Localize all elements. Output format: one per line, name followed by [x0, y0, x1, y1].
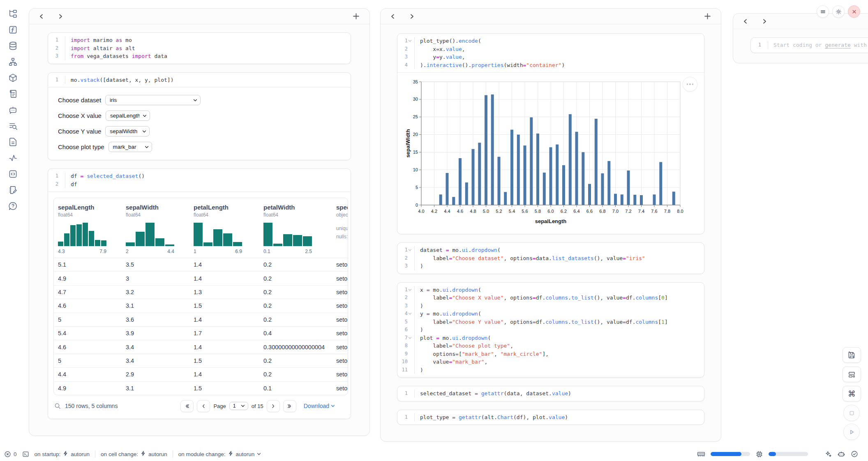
fold-chevron-icon — [408, 256, 412, 260]
connection-status-icon[interactable] — [851, 450, 858, 458]
column-type: float64 — [126, 212, 189, 218]
keyboard-shortcuts-button[interactable]: ⌘ — [843, 386, 861, 401]
table-row[interactable]: 4.93.11.50.1setosa — [54, 381, 348, 395]
code-editor[interactable]: 1Start coding or generate with AI — [751, 38, 868, 53]
on-cell-change-value: autorun — [148, 451, 167, 457]
on-startup-setting[interactable]: on startup: autorun — [35, 451, 90, 457]
run-button[interactable] — [843, 424, 860, 440]
on-cell-change-setting[interactable]: on cell change: autorun — [101, 451, 167, 457]
code-token: 0 — [661, 295, 665, 301]
scratchpad-icon[interactable] — [7, 184, 18, 195]
table-row[interactable]: 4.42.91.40.2setosa — [54, 367, 348, 381]
previous-page-button[interactable] — [197, 400, 210, 412]
histogram-bar — [303, 236, 312, 246]
last-page-button[interactable] — [283, 400, 296, 412]
stop-button[interactable] — [843, 405, 860, 421]
code-editor[interactable]: 1import marimo as mo2import altair as al… — [48, 33, 351, 64]
column-left-icon[interactable] — [742, 18, 749, 25]
table-footer: 150 rows, 5 columnsPage1of 15Download — [53, 400, 346, 415]
svg-text:6.2: 6.2 — [561, 209, 567, 214]
cpu-usage-bar — [769, 452, 808, 456]
sparkles-icon[interactable] — [824, 450, 832, 458]
table-row[interactable]: 4.63.11.50.2setosa — [54, 299, 348, 312]
table-row[interactable]: 53.41.50.2setosa — [54, 354, 348, 367]
save-button[interactable] — [843, 347, 861, 363]
histogram-bar — [203, 242, 212, 246]
first-page-button[interactable] — [180, 400, 194, 412]
close-button[interactable] — [848, 5, 860, 18]
documentation-icon[interactable] — [7, 136, 18, 147]
table-row[interactable]: 53.61.40.2setosa — [54, 313, 348, 326]
code-token: ) — [561, 62, 565, 68]
table-row[interactable]: 4.63.41.40.30000000000000004setosa — [54, 340, 348, 353]
download-button[interactable]: Download — [304, 403, 335, 409]
search-icon[interactable] — [7, 120, 18, 131]
file-tree-icon[interactable] — [7, 8, 18, 19]
histogram-bar — [83, 223, 88, 246]
code-line: 1import marimo as mo — [48, 36, 351, 44]
table-row[interactable]: 4.931.40.2setosa — [54, 271, 348, 285]
terminal-icon — [22, 451, 29, 458]
errors-indicator[interactable]: 0 — [4, 451, 17, 458]
page-select-wrap: 1 — [229, 402, 248, 410]
table-row[interactable]: 4.73.21.30.2setosa — [54, 285, 348, 299]
settings-button[interactable] — [832, 5, 845, 18]
histogram-bar — [283, 234, 292, 246]
code-editor[interactable]: 1mo.vstack([dataset, x, y, plot]) — [48, 73, 351, 88]
packages-icon[interactable] — [7, 72, 18, 83]
choose-x-value-select[interactable]: sepalLength — [106, 111, 150, 121]
column-histogram[interactable] — [58, 223, 106, 246]
help-icon[interactable] — [7, 201, 18, 211]
next-page-button[interactable] — [267, 400, 280, 412]
column-left-icon[interactable] — [38, 13, 45, 20]
code-editor[interactable]: 1df = selected_dataset()2df — [48, 169, 351, 191]
code-token: ui — [443, 311, 449, 317]
sepalwidth-by-sepallength-bar-chart[interactable]: 4.04.24.44.64.85.05.25.45.65.86.06.26.46… — [405, 78, 693, 230]
datasources-icon[interactable] — [7, 40, 18, 51]
code-editor[interactable]: 1x = mo.ui.dropdown(2 label="Choose X va… — [397, 283, 704, 378]
search-icon[interactable] — [54, 403, 61, 409]
column-header[interactable]: sepalWidthfloat6424.4 — [122, 198, 189, 258]
ai-assistant-icon[interactable] — [837, 450, 845, 458]
column-histogram[interactable] — [194, 223, 242, 246]
functions-icon[interactable] — [7, 24, 18, 35]
choose-dataset-select[interactable]: iris — [105, 95, 201, 105]
code-token: ). — [420, 62, 427, 68]
terminal-button[interactable] — [22, 451, 29, 458]
logs-icon[interactable] — [7, 88, 18, 99]
on-module-change-setting[interactable]: on module change: autorun — [178, 451, 261, 457]
choose-plot-type-select[interactable]: mark_bar — [108, 142, 152, 152]
choose-y-value-select[interactable]: sepalWidth — [105, 126, 150, 136]
code-token: value — [420, 359, 449, 365]
ai-chat-icon[interactable] — [7, 104, 18, 115]
tracing-icon[interactable] — [7, 152, 18, 163]
code-editor[interactable]: 1dataset = mo.ui.dropdown(2 label="Choos… — [397, 243, 704, 274]
column-header[interactable]: speciesobjectunique:nulls: — [332, 198, 348, 258]
dependency-graph-icon[interactable] — [7, 56, 18, 67]
table-row[interactable]: 5.13.51.40.2setosa — [54, 258, 348, 271]
column-header[interactable]: petalWidthfloat640.12.5 — [259, 198, 332, 258]
chart-actions-button[interactable] — [683, 77, 697, 92]
code-editor[interactable]: 1plot_type().encode(2 x=x.value,3 y=y.va… — [397, 34, 704, 72]
add-cell-icon[interactable] — [703, 12, 712, 21]
column-right-icon[interactable] — [409, 13, 415, 20]
menu-button[interactable] — [817, 5, 829, 18]
add-cell-icon[interactable] — [351, 12, 360, 21]
code-token: ], — [542, 351, 549, 357]
code-editor[interactable]: 1selected_dataset = getattr(data, datase… — [397, 386, 704, 401]
column-histogram[interactable] — [126, 223, 174, 246]
column-right-icon[interactable] — [57, 13, 64, 20]
column-header[interactable]: sepalLengthfloat644.37.9 — [54, 198, 122, 258]
column-right-icon[interactable] — [761, 18, 768, 25]
code-editor[interactable]: 1plot_type = getattr(alt.Chart(df), plot… — [397, 410, 704, 425]
table-cell: 3 — [122, 275, 189, 282]
table-row[interactable]: 5.43.91.70.4setosa — [54, 326, 348, 340]
column-header[interactable]: petalLengthfloat6416.9 — [189, 198, 259, 258]
column-histogram[interactable] — [263, 223, 312, 246]
layout-button[interactable] — [843, 366, 861, 382]
page-select[interactable]: 1 — [229, 402, 248, 410]
code-token: ( — [478, 38, 481, 44]
column-left-icon[interactable] — [390, 13, 396, 20]
snippets-icon[interactable] — [7, 168, 18, 179]
close-icon — [851, 9, 857, 15]
